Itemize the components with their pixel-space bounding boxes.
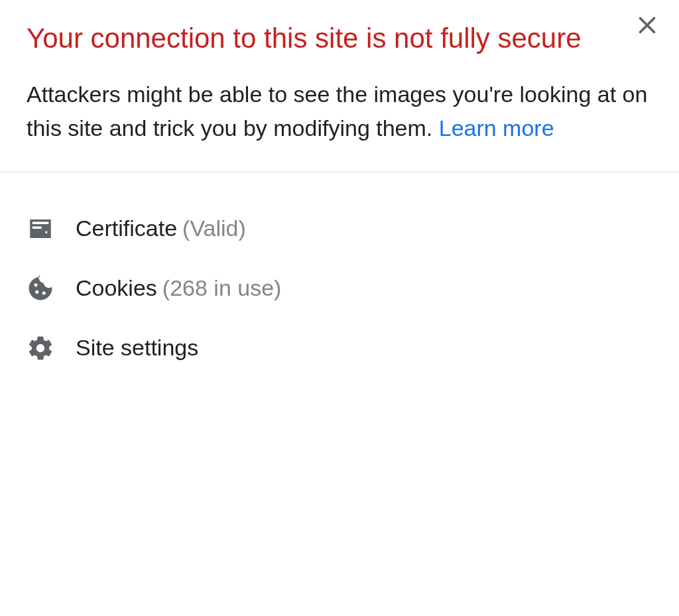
header-section: Your connection to this site is not full… [0,0,679,172]
cookie-icon [27,275,54,302]
security-warning-title: Your connection to this site is not full… [27,20,652,58]
learn-more-link[interactable]: Learn more [439,115,554,141]
certificate-status: (Valid) [182,216,246,241]
menu-section: Certificate (Valid) Cookies (268 in use)… [0,172,679,404]
certificate-label: Certificate [76,216,177,241]
site-settings-label: Site settings [76,335,198,361]
description-text: Attackers might be able to see the image… [27,82,647,141]
close-icon [635,13,659,42]
certificate-icon [27,215,54,243]
security-warning-description: Attackers might be able to see the image… [27,78,652,145]
certificate-item[interactable]: Certificate (Valid) [27,199,652,259]
close-button[interactable] [635,13,659,41]
gear-icon [27,334,54,362]
cookies-status: (268 in use) [162,275,282,301]
cookies-label: Cookies [76,275,157,301]
site-info-popup: Your connection to this site is not full… [0,0,679,404]
site-settings-item[interactable]: Site settings [27,318,652,378]
cookies-item[interactable]: Cookies (268 in use) [27,259,652,318]
